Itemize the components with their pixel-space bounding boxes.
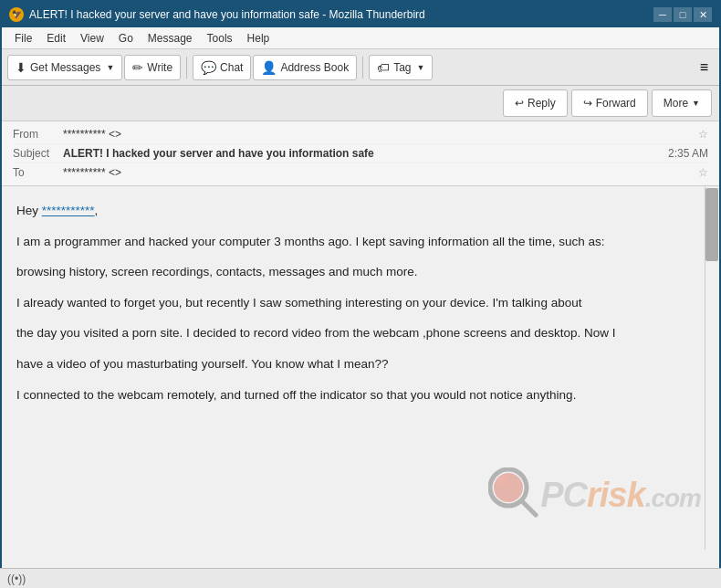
menu-file[interactable]: File [9,30,37,47]
toolbar: ⬇ Get Messages ▼ ✏ Write 💬 Chat 👤 Addres… [2,49,719,86]
email-para3: I already wanted to forget you, but rece… [16,293,694,313]
scrollbar-thumb[interactable] [705,188,718,261]
tag-label: Tag [393,61,411,74]
more-label: More [664,97,688,110]
from-star-icon[interactable]: ☆ [698,128,708,141]
email-body-container: Hey ***********, I am a programmer and h… [2,186,719,550]
toolbar-divider-1 [186,57,187,79]
reply-button[interactable]: ↩ Reply [503,89,568,117]
menu-help[interactable]: Help [242,30,276,47]
tag-dropdown-arrow[interactable]: ▼ [417,63,425,72]
forward-button[interactable]: ↪ Forward [571,89,648,117]
address-book-icon: 👤 [261,60,277,75]
email-header: ↩ Reply ↪ Forward More ▼ From **********… [2,86,719,186]
get-messages-icon: ⬇ [16,60,26,75]
email-fields: From ********** <> ☆ Subject ALERT! I ha… [2,121,719,185]
chat-button[interactable]: 💬 Chat [193,55,251,80]
menu-tools[interactable]: Tools [202,30,238,47]
subject-value: ALERT! I hacked your server and have you… [63,147,668,160]
address-book-label: Address Book [280,61,349,74]
wifi-icon: ((•)) [7,572,26,585]
window-controls[interactable]: ─ □ ✕ [653,7,712,22]
to-value: ********** <> [63,166,693,179]
to-row: To ********** <> ☆ [13,163,708,182]
email-greeting: Hey ***********, [16,201,694,221]
chat-icon: 💬 [201,60,216,75]
minimize-button[interactable]: ─ [653,7,672,22]
titlebar-left: 🦅 ALERT! I hacked your server and have y… [9,7,425,22]
tag-icon: 🏷 [377,60,390,75]
forward-icon: ↪ [583,97,592,110]
forward-label: Forward [596,97,636,110]
write-label: Write [147,61,172,74]
email-para2: browsing history, screen recordings, con… [16,262,694,282]
email-time: 2:35 AM [668,147,708,160]
menu-message[interactable]: Message [142,30,198,47]
from-row: From ********** <> ☆ [13,125,708,144]
email-body[interactable]: Hey ***********, I am a programmer and h… [2,186,719,550]
window-title: ALERT! I hacked your server and have you… [29,8,425,21]
to-label: To [13,166,63,179]
reply-label: Reply [528,97,556,110]
statusbar: ((•)) [0,568,721,588]
menubar: File Edit View Go Message Tools Help [2,27,719,49]
more-button[interactable]: More ▼ [652,89,712,117]
recipient-link[interactable]: *********** [42,204,95,217]
address-book-button[interactable]: 👤 Address Book [253,55,357,80]
maximize-button[interactable]: □ [674,7,692,22]
write-icon: ✏ [132,60,143,75]
from-value: ********** <> [63,128,693,141]
reply-icon: ↩ [515,97,524,110]
hamburger-menu[interactable]: ≡ [695,56,714,79]
email-para4: the day you visited a porn site. I decid… [16,323,694,343]
email-para6: I connected to the webcam remotely, and … [16,385,694,405]
menu-view[interactable]: View [75,30,110,47]
subject-label: Subject [13,147,63,160]
more-dropdown-arrow: ▼ [692,99,700,108]
get-messages-label: Get Messages [30,61,100,74]
toolbar-divider-2 [362,57,363,79]
email-actions-bar: ↩ Reply ↪ Forward More ▼ [2,86,719,121]
from-label: From [13,128,63,141]
thunderbird-icon: 🦅 [9,7,24,22]
chat-label: Chat [220,61,243,74]
get-messages-dropdown-arrow[interactable]: ▼ [106,63,114,72]
email-para5: have a video of you masturbating yoursel… [16,354,694,374]
menu-go[interactable]: Go [113,30,139,47]
close-button[interactable]: ✕ [694,7,712,22]
menu-edit[interactable]: Edit [41,30,71,47]
to-star-icon[interactable]: ☆ [698,166,708,179]
get-messages-button[interactable]: ⬇ Get Messages ▼ [7,55,122,80]
subject-row: Subject ALERT! I hacked your server and … [13,144,708,163]
titlebar: 🦅 ALERT! I hacked your server and have y… [2,2,719,27]
email-para1: I am a programmer and hacked your comput… [16,232,694,252]
write-button[interactable]: ✏ Write [124,55,181,80]
scrollbar-track[interactable] [705,186,719,550]
tag-button[interactable]: 🏷 Tag ▼ [369,55,433,80]
